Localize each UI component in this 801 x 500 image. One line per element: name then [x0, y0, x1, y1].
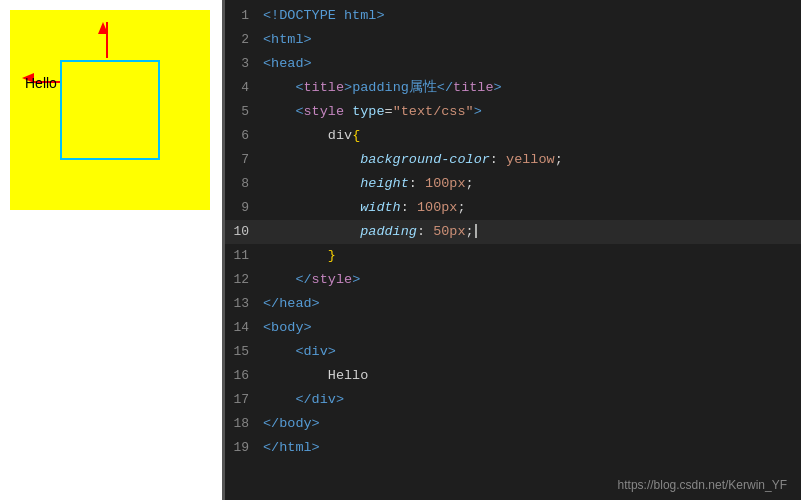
code-content-13: </head> [263, 292, 320, 316]
code-line-17: 17 </div> [225, 388, 801, 412]
code-line-1: 1<!DOCTYPE html> [225, 4, 801, 28]
code-content-10: padding: 50px; [263, 220, 477, 244]
code-content-17: </div> [263, 388, 344, 412]
code-content-3: <head> [263, 52, 312, 76]
code-line-13: 13</head> [225, 292, 801, 316]
line-number-5: 5 [225, 100, 263, 124]
cursor [475, 224, 477, 238]
line-number-4: 4 [225, 76, 263, 100]
preview-area: Hello [10, 10, 210, 210]
code-content-14: <body> [263, 316, 312, 340]
code-line-11: 11 } [225, 244, 801, 268]
code-container: 1<!DOCTYPE html>2<html>3<head>4 <title>p… [225, 0, 801, 464]
div-box-outline [60, 60, 160, 160]
preview-panel: Hello [0, 0, 225, 500]
line-number-18: 18 [225, 412, 263, 436]
code-content-8: height: 100px; [263, 172, 474, 196]
code-content-2: <html> [263, 28, 312, 52]
code-content-4: <title>padding属性</title> [263, 76, 502, 100]
code-content-7: background-color: yellow; [263, 148, 563, 172]
code-line-16: 16 Hello [225, 364, 801, 388]
line-number-12: 12 [225, 268, 263, 292]
code-line-14: 14<body> [225, 316, 801, 340]
line-number-8: 8 [225, 172, 263, 196]
code-line-4: 4 <title>padding属性</title> [225, 76, 801, 100]
line-number-9: 9 [225, 196, 263, 220]
code-line-6: 6 div{ [225, 124, 801, 148]
code-content-18: </body> [263, 412, 320, 436]
code-content-6: div{ [263, 124, 360, 148]
code-content-1: <!DOCTYPE html> [263, 4, 385, 28]
code-content-5: <style type="text/css"> [263, 100, 482, 124]
code-line-12: 12 </style> [225, 268, 801, 292]
code-line-9: 9 width: 100px; [225, 196, 801, 220]
code-panel: 1<!DOCTYPE html>2<html>3<head>4 <title>p… [225, 0, 801, 500]
line-number-14: 14 [225, 316, 263, 340]
code-line-2: 2<html> [225, 28, 801, 52]
code-content-16: Hello [263, 364, 368, 388]
arrow-up-line [106, 22, 108, 58]
code-line-8: 8 height: 100px; [225, 172, 801, 196]
code-line-3: 3<head> [225, 52, 801, 76]
code-line-19: 19</html> [225, 436, 801, 460]
code-line-15: 15 <div> [225, 340, 801, 364]
code-line-18: 18</body> [225, 412, 801, 436]
line-number-17: 17 [225, 388, 263, 412]
code-content-15: <div> [263, 340, 336, 364]
code-line-10: 10 padding: 50px; [225, 220, 801, 244]
watermark: https://blog.csdn.net/Kerwin_YF [618, 478, 787, 492]
code-line-5: 5 <style type="text/css"> [225, 100, 801, 124]
line-number-6: 6 [225, 124, 263, 148]
code-content-19: </html> [263, 436, 320, 460]
line-number-2: 2 [225, 28, 263, 52]
code-content-12: </style> [263, 268, 360, 292]
line-number-19: 19 [225, 436, 263, 460]
line-number-15: 15 [225, 340, 263, 364]
line-number-1: 1 [225, 4, 263, 28]
line-number-10: 10 [225, 220, 263, 244]
code-content-9: width: 100px; [263, 196, 466, 220]
code-content-11: } [263, 244, 336, 268]
line-number-7: 7 [225, 148, 263, 172]
code-line-7: 7 background-color: yellow; [225, 148, 801, 172]
line-number-3: 3 [225, 52, 263, 76]
line-number-11: 11 [225, 244, 263, 268]
line-number-13: 13 [225, 292, 263, 316]
line-number-16: 16 [225, 364, 263, 388]
hello-label: Hello [25, 75, 57, 91]
